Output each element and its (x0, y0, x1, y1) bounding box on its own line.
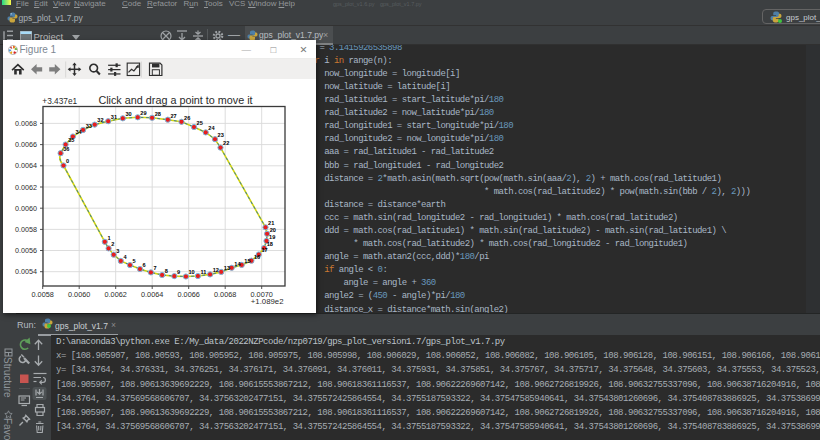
svg-text:0.0068: 0.0068 (15, 119, 37, 128)
svg-text:6: 6 (142, 262, 145, 268)
svg-text:0.0058: 0.0058 (31, 290, 53, 299)
svg-text:13: 13 (223, 265, 229, 271)
svg-text:32: 32 (97, 117, 103, 123)
svg-text:16: 16 (254, 254, 260, 260)
svg-text:35: 35 (68, 137, 74, 143)
svg-text:11: 11 (200, 269, 206, 275)
svg-text:5: 5 (132, 258, 135, 264)
svg-text:0.0056: 0.0056 (15, 246, 37, 255)
svg-text:27: 27 (170, 113, 176, 119)
svg-text:8: 8 (164, 268, 167, 274)
svg-text:17: 17 (261, 247, 267, 253)
svg-text:0.0060: 0.0060 (15, 204, 37, 213)
svg-text:0.0062: 0.0062 (104, 290, 126, 299)
svg-text:9: 9 (176, 269, 179, 275)
svg-text:23: 23 (217, 132, 223, 138)
svg-text:0.0066: 0.0066 (177, 290, 199, 299)
svg-text:22: 22 (223, 140, 229, 146)
svg-text:36: 36 (63, 146, 69, 152)
svg-text:29: 29 (140, 110, 146, 116)
svg-text:26: 26 (184, 115, 190, 121)
svg-text:4: 4 (123, 254, 127, 260)
svg-text:0.0058: 0.0058 (15, 225, 37, 234)
svg-text:0.0060: 0.0060 (68, 290, 90, 299)
svg-text:15: 15 (244, 258, 250, 264)
svg-text:3: 3 (116, 248, 119, 254)
svg-text:0.0062: 0.0062 (15, 183, 37, 192)
svg-text:18: 18 (266, 241, 272, 247)
svg-text:14: 14 (234, 261, 241, 267)
svg-text:30: 30 (125, 111, 131, 117)
svg-text:0.0064: 0.0064 (141, 290, 163, 299)
svg-text:19: 19 (269, 234, 275, 240)
svg-text:0: 0 (66, 158, 69, 164)
svg-text:34: 34 (75, 129, 82, 135)
svg-text:12: 12 (212, 267, 218, 273)
svg-text:0.0064: 0.0064 (15, 161, 37, 170)
svg-text:0.0066: 0.0066 (15, 140, 37, 149)
svg-text:+1.089e2: +1.089e2 (250, 297, 283, 306)
svg-text:28: 28 (154, 111, 160, 117)
svg-text:21: 21 (268, 220, 274, 226)
svg-text:1: 1 (107, 235, 110, 241)
svg-text:31: 31 (110, 114, 116, 120)
svg-text:+3.437e1: +3.437e1 (42, 96, 77, 106)
svg-text:24: 24 (208, 125, 215, 131)
svg-text:25: 25 (196, 120, 202, 126)
svg-text:10: 10 (188, 269, 194, 275)
svg-text:33: 33 (85, 123, 91, 129)
svg-text:0.0054: 0.0054 (15, 267, 37, 276)
svg-text:0.0068: 0.0068 (214, 290, 236, 299)
svg-text:Click and drag a point to move: Click and drag a point to move it (98, 94, 252, 106)
svg-text:2: 2 (111, 241, 114, 247)
svg-text:7: 7 (153, 265, 156, 271)
svg-text:20: 20 (269, 227, 275, 233)
